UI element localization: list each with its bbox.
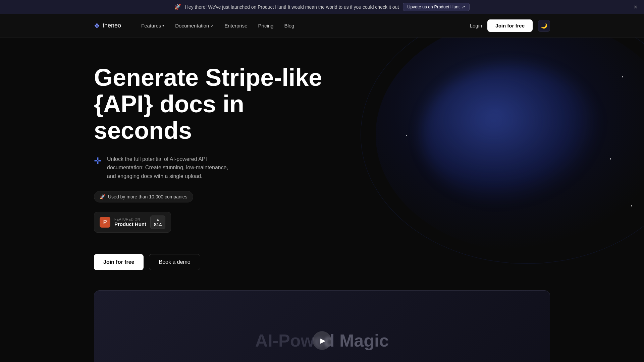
background-orb: [376, 38, 644, 252]
product-hunt-badge[interactable]: P FEATURED ON Product Hunt ▲ 814: [94, 212, 171, 233]
nav-documentation[interactable]: Documentation ↗: [175, 23, 214, 28]
join-free-hero-button[interactable]: Join for free: [94, 254, 144, 270]
upvote-number: 814: [154, 222, 162, 227]
logo[interactable]: ❖ theneo: [94, 22, 121, 30]
announcement-text: Hey there! We've just launched on Produc…: [185, 4, 399, 10]
ph-featured-label: FEATURED ON: [114, 218, 146, 221]
nav-actions: Login Join for free 🌙: [470, 19, 550, 32]
nav-enterprise[interactable]: Enterprise: [224, 23, 247, 28]
nav-pricing[interactable]: Pricing: [258, 23, 274, 28]
rocket-badge-icon: 🚀: [100, 194, 105, 199]
nav-features[interactable]: Features ▾: [141, 23, 164, 28]
logo-text: theneo: [103, 22, 121, 29]
ph-name: Product Hunt: [114, 221, 146, 227]
close-banner-button[interactable]: ×: [634, 4, 637, 10]
usage-text: Used by more than 10,000 companies: [108, 194, 187, 199]
video-container: AI-Powed Magic ▶: [94, 290, 550, 362]
upvote-button[interactable]: Upvote us on Product Hunt ↗: [403, 3, 470, 11]
hero-section: Generate Stripe-like {API} docs in secon…: [0, 38, 644, 290]
product-hunt-logo: P: [100, 217, 110, 228]
plus-icon: ✛: [94, 156, 102, 167]
video-title-part2: d Magic: [324, 331, 389, 350]
join-free-nav-button[interactable]: Join for free: [487, 19, 533, 32]
theme-toggle-button[interactable]: 🌙: [538, 20, 550, 32]
navbar: ❖ theneo Features ▾ Documentation ↗ Ente…: [0, 14, 644, 38]
hero-subtitle-area: ✛ Unlock the full potential of AI-powere…: [94, 155, 335, 181]
chevron-down-icon: ▾: [162, 23, 164, 28]
external-icon: ↗: [210, 23, 214, 28]
rocket-icon: 🚀: [174, 4, 181, 10]
usage-badge: 🚀 Used by more than 10,000 companies: [94, 191, 193, 202]
play-icon: ▶: [320, 337, 325, 345]
login-button[interactable]: Login: [470, 23, 482, 28]
video-inner: AI-Powed Magic ▶: [94, 291, 550, 362]
announcement-banner: 🚀 Hey there! We've just launched on Prod…: [0, 0, 644, 14]
moon-icon: 🌙: [541, 22, 547, 29]
nav-links: Features ▾ Documentation ↗ Enterprise Pr…: [141, 23, 457, 28]
play-button[interactable]: ▶: [313, 331, 331, 350]
product-hunt-text: FEATURED ON Product Hunt: [114, 218, 146, 227]
nav-blog[interactable]: Blog: [284, 23, 294, 28]
upvote-arrow-icon: ▲: [156, 217, 160, 222]
hero-content: Generate Stripe-like {API} docs in secon…: [94, 64, 335, 270]
hero-title: Generate Stripe-like {API} docs in secon…: [94, 64, 335, 144]
ph-upvote-count: ▲ 814: [150, 216, 165, 229]
book-demo-button[interactable]: Book a demo: [149, 254, 200, 270]
hero-subtitle: Unlock the full potential of AI-powered …: [107, 155, 234, 181]
video-section: AI-Powed Magic ▶: [0, 290, 644, 362]
external-link-icon: ↗: [462, 4, 465, 9]
upvote-label: Upvote us on Product Hunt: [407, 4, 460, 9]
logo-icon: ❖: [94, 22, 100, 30]
cta-buttons: Join for free Book a demo: [94, 254, 335, 270]
